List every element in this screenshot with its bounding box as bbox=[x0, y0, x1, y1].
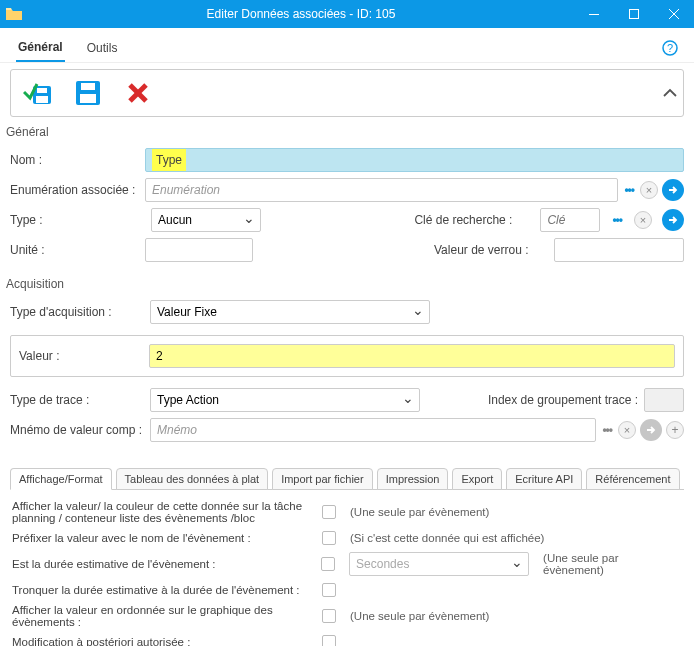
index-field[interactable] bbox=[644, 388, 684, 412]
valeur-label: Valeur : bbox=[19, 349, 149, 363]
aff-r3-note: (Une seule par évènement) bbox=[543, 552, 682, 576]
folder-icon bbox=[0, 8, 28, 20]
toolbar bbox=[10, 69, 684, 117]
verrou-field[interactable] bbox=[554, 238, 684, 262]
type-select[interactable] bbox=[151, 208, 261, 232]
subtab-export[interactable]: Export bbox=[452, 468, 502, 490]
verrou-label: Valeur de verrou : bbox=[434, 243, 554, 257]
subtab-affichage[interactable]: Affichage/Format bbox=[10, 468, 112, 490]
typeacq-select[interactable] bbox=[150, 300, 430, 324]
help-icon[interactable]: ? bbox=[662, 40, 678, 59]
cle-dots-icon[interactable]: ••• bbox=[610, 213, 624, 227]
aff-r3-select[interactable] bbox=[349, 552, 529, 576]
subtab-ecriture[interactable]: Ecriture API bbox=[506, 468, 582, 490]
toolbar-expand-icon[interactable] bbox=[663, 85, 677, 101]
cle-field[interactable] bbox=[540, 208, 600, 232]
aff-r5-check[interactable] bbox=[322, 609, 336, 623]
tab-outils[interactable]: Outils bbox=[85, 37, 120, 61]
nom-value: Type bbox=[152, 149, 186, 171]
tab-general[interactable]: Général bbox=[16, 36, 65, 62]
valeur-field[interactable] bbox=[149, 344, 675, 368]
trace-select[interactable] bbox=[150, 388, 420, 412]
aff-r2-label: Préfixer la valeur avec le nom de l'évèn… bbox=[12, 532, 322, 544]
enum-clear-icon[interactable]: × bbox=[640, 181, 658, 199]
index-label: Index de groupement trace : bbox=[484, 393, 644, 407]
minimize-button[interactable] bbox=[574, 0, 614, 28]
aff-r6-check[interactable] bbox=[322, 635, 336, 646]
trace-label: Type de trace : bbox=[10, 393, 150, 407]
aff-r1-label: Afficher la valeur/ la couleur de cette … bbox=[12, 500, 322, 524]
section-acquisition-header: Acquisition bbox=[0, 275, 694, 293]
enum-go-icon[interactable] bbox=[662, 179, 684, 201]
aff-r4-label: Tronquer la durée estimative à la durée … bbox=[12, 584, 322, 596]
enum-label: Enumération associée : bbox=[10, 183, 145, 197]
mnemo-dots-icon[interactable]: ••• bbox=[600, 423, 614, 437]
validate-save-button[interactable] bbox=[17, 74, 59, 112]
mnemo-go-icon[interactable] bbox=[640, 419, 662, 441]
aff-r5-note: (Une seule par évènement) bbox=[350, 610, 489, 622]
mnemo-label: Mnémo de valeur comp : bbox=[10, 423, 150, 437]
cle-label: Clé de recherche : bbox=[414, 213, 534, 227]
aff-r1-check[interactable] bbox=[322, 505, 336, 519]
svg-rect-8 bbox=[36, 96, 48, 103]
svg-rect-11 bbox=[80, 94, 96, 103]
aff-r2-check[interactable] bbox=[322, 531, 336, 545]
svg-rect-1 bbox=[630, 10, 639, 19]
cle-clear-icon[interactable]: × bbox=[634, 211, 652, 229]
unit-label: Unité : bbox=[10, 243, 145, 257]
save-button[interactable] bbox=[67, 74, 109, 112]
subtab-tableau[interactable]: Tableau des données à plat bbox=[116, 468, 269, 490]
aff-r2-note: (Si c'est cette donnée qui est affichée) bbox=[350, 532, 544, 544]
aff-r5-label: Afficher la valeur en ordonnée sur le gr… bbox=[12, 604, 322, 628]
aff-r4-check[interactable] bbox=[322, 583, 336, 597]
mnemo-add-icon[interactable]: + bbox=[666, 421, 684, 439]
subtab-import[interactable]: Import par fichier bbox=[272, 468, 373, 490]
svg-text:?: ? bbox=[667, 42, 673, 54]
delete-button[interactable] bbox=[117, 74, 159, 112]
section-general-header: Général bbox=[0, 123, 694, 141]
typeacq-label: Type d'acquisition : bbox=[10, 305, 150, 319]
svg-rect-0 bbox=[589, 14, 599, 15]
subtab-reference[interactable]: Référencement bbox=[586, 468, 679, 490]
window-title: Editer Données associées - ID: 105 bbox=[28, 7, 574, 21]
mnemo-clear-icon[interactable]: × bbox=[618, 421, 636, 439]
cle-go-icon[interactable] bbox=[662, 209, 684, 231]
aff-r6-label: Modification à postériori autorisée : bbox=[12, 636, 322, 646]
svg-rect-7 bbox=[37, 88, 47, 93]
aff-r3-check[interactable] bbox=[321, 557, 335, 571]
mnemo-field[interactable]: Mnémo bbox=[150, 418, 596, 442]
enum-field[interactable]: Enumération bbox=[145, 178, 618, 202]
close-button[interactable] bbox=[654, 0, 694, 28]
enum-dots-icon[interactable]: ••• bbox=[622, 183, 636, 197]
nom-label: Nom : bbox=[10, 153, 145, 167]
nom-field[interactable]: Type bbox=[145, 148, 684, 172]
aff-r3-label: Est la durée estimative de l'évènement : bbox=[12, 558, 321, 570]
subtab-impression[interactable]: Impression bbox=[377, 468, 449, 490]
maximize-button[interactable] bbox=[614, 0, 654, 28]
aff-r1-note: (Une seule par évènement) bbox=[350, 506, 489, 518]
unit-field[interactable] bbox=[145, 238, 253, 262]
svg-rect-10 bbox=[81, 83, 95, 90]
type-label: Type : bbox=[10, 213, 145, 227]
